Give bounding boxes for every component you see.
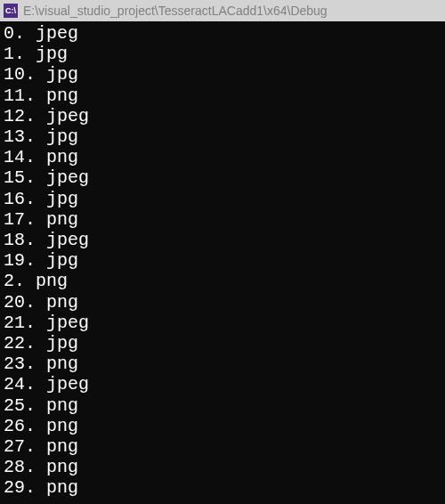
console-line: 14. png	[4, 147, 441, 167]
console-line: 19. jpg	[4, 250, 441, 271]
console-line: 28. png	[4, 457, 441, 477]
console-line: 24. jpeg	[4, 374, 441, 394]
console-line: 15. jpeg	[4, 167, 441, 188]
console-line: 22. jpg	[4, 333, 441, 354]
console-line: 26. png	[4, 416, 441, 436]
console-line: 23. png	[4, 354, 441, 374]
console-line: 21. jpeg	[4, 313, 441, 333]
console-line: 12. jpeg	[4, 106, 441, 126]
console-line: 27. png	[4, 436, 441, 457]
console-line: 18. jpeg	[4, 230, 441, 250]
window-title: E:\visual_studio_project\TesseractLACadd…	[23, 4, 328, 18]
console-line: 1. jpg	[4, 44, 441, 64]
console-line: 13. jpg	[4, 126, 441, 147]
console-output[interactable]: 0. jpeg1. jpg10. jpg11. png12. jpeg13. j…	[0, 21, 445, 504]
console-line: 16. jpg	[4, 189, 441, 209]
cmd-icon: C:\	[4, 4, 18, 18]
window-titlebar[interactable]: C:\ E:\visual_studio_project\TesseractLA…	[0, 0, 445, 21]
console-line: 17. png	[4, 209, 441, 230]
console-line: 25. png	[4, 395, 441, 416]
console-line: 2. png	[4, 271, 441, 291]
console-line: 29. png	[4, 477, 441, 498]
console-line: 10. jpg	[4, 64, 441, 85]
console-line: 20. png	[4, 292, 441, 313]
console-line: 11. png	[4, 85, 441, 106]
console-line: 0. jpeg	[4, 23, 441, 44]
